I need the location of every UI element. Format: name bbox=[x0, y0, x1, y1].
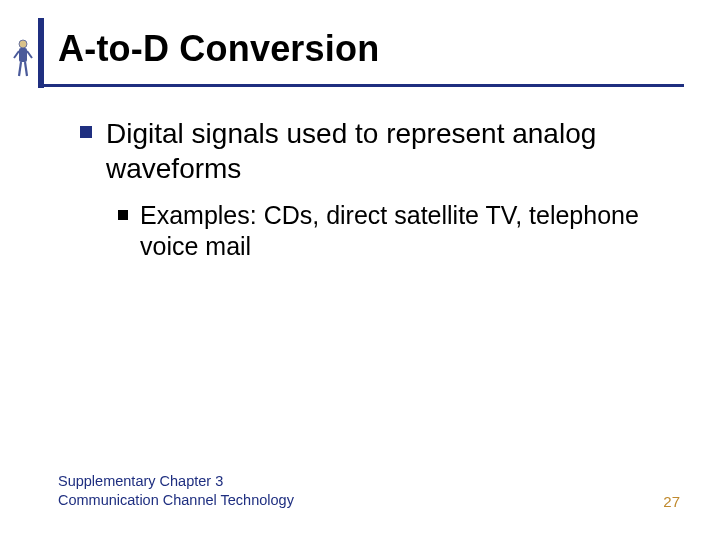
footer-line2: Communication Channel Technology bbox=[58, 491, 294, 510]
bullet-level1-text: Digital signals used to represent analog… bbox=[106, 116, 680, 186]
footer-left: Supplementary Chapter 3 Communication Ch… bbox=[58, 472, 294, 510]
slide-footer: Supplementary Chapter 3 Communication Ch… bbox=[58, 472, 680, 510]
slide-body: Digital signals used to represent analog… bbox=[80, 116, 680, 263]
svg-line-5 bbox=[25, 62, 27, 76]
svg-line-3 bbox=[27, 51, 32, 58]
svg-rect-1 bbox=[19, 48, 27, 62]
square-bullet-icon bbox=[80, 126, 92, 138]
svg-line-2 bbox=[14, 51, 19, 58]
slide-title: A-to-D Conversion bbox=[58, 28, 379, 70]
slide: A-to-D Conversion Digital signals used t… bbox=[0, 0, 720, 540]
decorative-figure-icon bbox=[12, 38, 34, 78]
svg-line-4 bbox=[19, 62, 21, 76]
title-left-rule bbox=[38, 18, 44, 88]
footer-line1: Supplementary Chapter 3 bbox=[58, 472, 294, 491]
bullet-level2-text: Examples: CDs, direct satellite TV, tele… bbox=[140, 200, 680, 263]
square-bullet-icon bbox=[118, 210, 128, 220]
page-number: 27 bbox=[663, 493, 680, 510]
bullet-level2: Examples: CDs, direct satellite TV, tele… bbox=[118, 200, 680, 263]
bullet-level1: Digital signals used to represent analog… bbox=[80, 116, 680, 186]
title-underline bbox=[44, 84, 684, 87]
svg-point-0 bbox=[19, 40, 27, 48]
